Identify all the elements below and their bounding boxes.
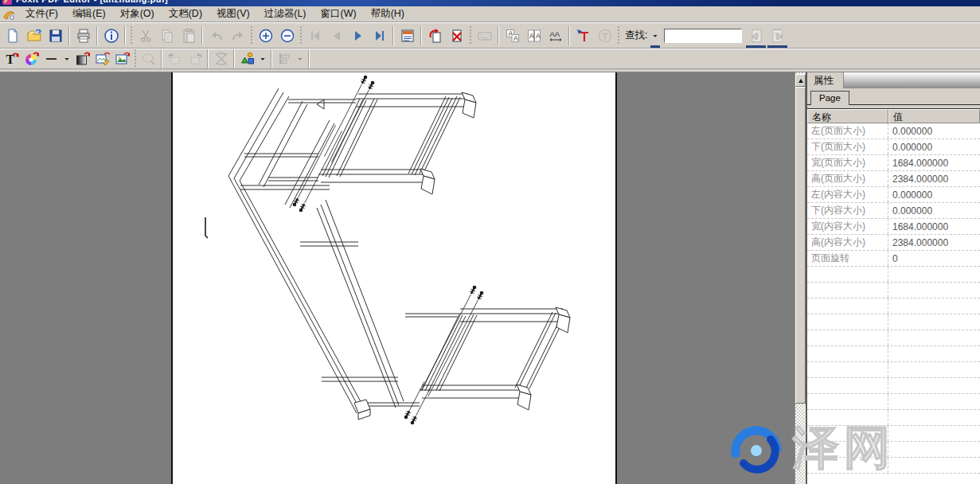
edit-image-button[interactable] (92, 49, 112, 68)
align-button[interactable] (275, 49, 295, 68)
next-page-button[interactable] (347, 25, 369, 46)
redo-button[interactable] (227, 25, 248, 46)
property-name: 下(内容大小) (807, 203, 888, 218)
line-tool-button[interactable] (41, 49, 61, 68)
document-info-button[interactable] (100, 25, 122, 46)
property-value[interactable]: 0.000000 (888, 187, 980, 202)
text-tool-button[interactable]: T (2, 49, 21, 68)
scroll-up-button[interactable] (795, 74, 806, 87)
page-thumbnails-button[interactable] (396, 25, 418, 46)
menu-file[interactable]: 文件(F) (18, 6, 65, 23)
color-tool-button[interactable] (21, 49, 41, 68)
toolbar-drag-handle[interactable] (617, 26, 619, 45)
paste-button[interactable] (178, 25, 199, 46)
text-tool-icon: T (4, 51, 20, 67)
menu-filter[interactable]: 过滤器(L) (257, 6, 314, 23)
property-value[interactable]: 0 (888, 251, 980, 266)
drawing-line (515, 312, 552, 388)
replace-font-button[interactable]: AA (502, 25, 523, 46)
add-text-button[interactable] (572, 25, 594, 46)
toolbar-drag-handle[interactable] (299, 26, 302, 45)
rotate-left-button[interactable] (165, 49, 185, 68)
toolbar-drag-handle[interactable] (134, 49, 136, 68)
font-style-button[interactable]: AA (523, 25, 545, 46)
vertical-scrollbar[interactable] (795, 72, 806, 484)
property-value[interactable]: 0.000000 (888, 203, 980, 218)
first-page-button[interactable] (304, 25, 326, 46)
shading-tool-button[interactable] (72, 49, 92, 68)
insert-image-button[interactable] (112, 49, 132, 68)
toolbar-separator (207, 49, 209, 68)
new-button[interactable] (2, 25, 23, 46)
find-next-page-icon (770, 28, 786, 44)
document-icon (2, 8, 15, 21)
insert-page-icon (428, 28, 443, 44)
shapes-dropdown-button[interactable] (257, 49, 268, 68)
text-orientation-button[interactable] (594, 25, 615, 46)
align-dropdown-button[interactable] (295, 49, 306, 68)
find-dropdown-button[interactable] (650, 25, 661, 46)
property-table-header: 名称 值 (807, 109, 980, 123)
zoom-in-button[interactable] (255, 25, 276, 46)
delete-page-button[interactable] (446, 25, 467, 46)
menu-view[interactable]: 视图(V) (209, 6, 257, 23)
property-name: 高(页面大小) (807, 171, 888, 186)
lasso-button[interactable] (139, 49, 158, 68)
property-name (807, 330, 888, 345)
property-value[interactable]: 2384.000000 (888, 235, 980, 250)
toolbar-separator (498, 26, 499, 45)
zoom-out-button[interactable] (276, 25, 298, 46)
toolbar-separator (308, 49, 310, 68)
property-value[interactable]: 1684.000000 (888, 219, 980, 234)
save-button[interactable] (45, 25, 66, 46)
property-value (888, 394, 980, 409)
find-prev-button[interactable] (745, 25, 767, 46)
up-arrow-icon (798, 79, 803, 83)
drawing-svg (173, 72, 619, 484)
tab-page[interactable]: Page (810, 91, 849, 105)
title-bar: Foxit PDF Editor - [anzhuang.pdf] (0, 0, 980, 6)
document-canvas[interactable] (0, 72, 795, 484)
property-value[interactable]: 0.000000 (888, 123, 980, 139)
print-button[interactable] (72, 25, 94, 46)
property-value[interactable]: 1684.000000 (888, 155, 980, 170)
menu-help[interactable]: 帮助(H) (364, 6, 412, 23)
property-value[interactable]: 2384.000000 (888, 171, 980, 186)
pdf-page[interactable] (171, 72, 617, 484)
flip-button[interactable] (211, 49, 231, 68)
last-page-button[interactable] (369, 25, 390, 46)
rotate-right-button[interactable] (185, 49, 205, 68)
toolbar-drag-handle[interactable] (130, 26, 132, 45)
property-value[interactable]: 0.000000 (888, 139, 980, 154)
column-header-name[interactable]: 名称 (807, 109, 888, 123)
property-row-empty (807, 299, 980, 314)
menu-object[interactable]: 对象(O) (113, 6, 162, 23)
property-row: 宽(内容大小)1684.000000 (807, 219, 980, 235)
line-dropdown-button[interactable] (61, 49, 72, 68)
font-pair-icon: AA (526, 28, 542, 44)
toolbar-drag-handle[interactable] (469, 26, 471, 45)
property-row-empty (807, 378, 980, 394)
undo-button[interactable] (205, 25, 227, 46)
column-header-value[interactable]: 值 (888, 109, 980, 123)
open-button[interactable] (23, 25, 45, 46)
cut-button[interactable] (135, 25, 156, 46)
font-width-button[interactable]: AA (545, 25, 566, 46)
nav-first-icon (307, 28, 323, 44)
scrollbar-thumb[interactable] (795, 87, 806, 404)
property-name (807, 442, 888, 457)
drawing-line (317, 100, 324, 109)
new-page-icon (5, 28, 21, 44)
keyboard-button[interactable] (474, 25, 495, 46)
find-input[interactable] (664, 29, 742, 43)
toolbar-drag-handle[interactable] (250, 26, 252, 45)
menu-edit[interactable]: 编辑(E) (65, 6, 113, 23)
shapes-button[interactable] (237, 49, 257, 68)
copy-button[interactable] (156, 25, 178, 46)
insert-page-button[interactable] (424, 25, 446, 46)
menu-document[interactable]: 文档(D) (162, 6, 209, 23)
find-next-button[interactable] (767, 25, 788, 46)
prev-page-button[interactable] (326, 25, 347, 46)
zoom-in-icon (258, 28, 274, 44)
menu-window[interactable]: 窗口(W) (314, 6, 364, 23)
